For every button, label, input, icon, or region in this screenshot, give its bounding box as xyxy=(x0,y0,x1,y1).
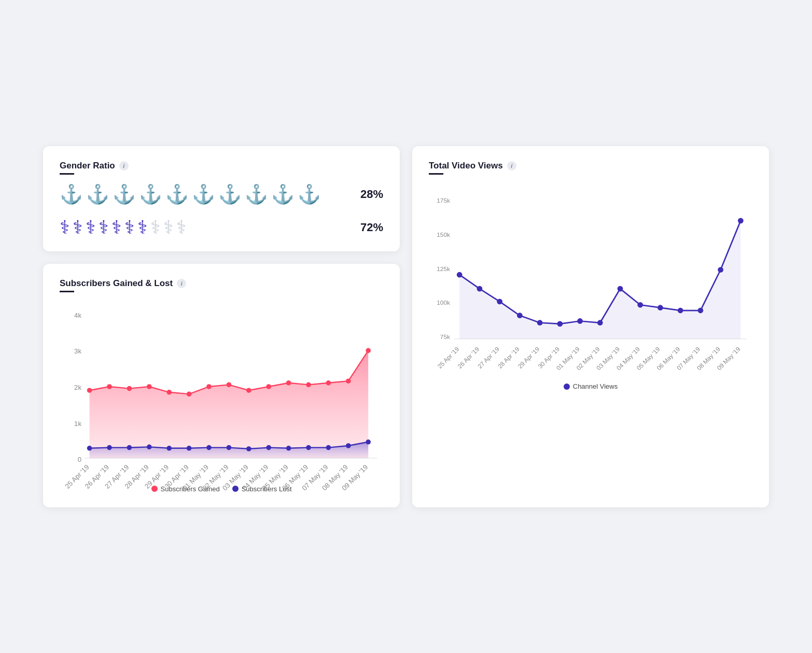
female-percent: 72% xyxy=(360,221,383,234)
channel-views-legend-item: Channel Views xyxy=(564,382,618,390)
female-icon-4: ⚕ xyxy=(99,218,108,237)
vv-point-1 xyxy=(477,286,483,291)
svg-point-58 xyxy=(346,443,351,448)
svg-point-39 xyxy=(286,380,291,386)
svg-point-47 xyxy=(127,445,132,450)
female-icon-2: ⚕ xyxy=(73,218,82,237)
svg-point-41 xyxy=(326,380,331,386)
svg-text:100k: 100k xyxy=(437,299,450,306)
vv-point-5 xyxy=(557,321,563,327)
dashboard: Gender Ratio i ⚓ ⚓ ⚓ ⚓ ⚓ ⚓ ⚓ ⚓ ⚓ ⚓ 28% xyxy=(43,146,769,507)
svg-text:1k: 1k xyxy=(74,419,81,427)
svg-point-40 xyxy=(306,382,311,387)
vv-point-7 xyxy=(597,320,603,325)
subscribers-card: Subscribers Gained & Lost i 4k 3k 2k 1k … xyxy=(43,264,400,507)
vv-point-2 xyxy=(497,299,502,304)
svg-point-30 xyxy=(107,384,112,389)
svg-point-55 xyxy=(286,446,291,451)
male-icon-3: ⚓ xyxy=(113,185,136,204)
svg-point-29 xyxy=(87,388,92,393)
subscribers-svg: 4k 3k 2k 1k 0 xyxy=(60,303,383,477)
svg-point-51 xyxy=(206,445,212,450)
female-icon-10: ⚕ xyxy=(176,218,186,237)
male-percent: 28% xyxy=(360,188,383,201)
subscribers-info-icon[interactable]: i xyxy=(177,279,186,288)
svg-text:175k: 175k xyxy=(437,197,450,204)
female-icon-5: ⚕ xyxy=(111,218,121,237)
male-icon-6: ⚓ xyxy=(192,185,215,204)
female-icon-6: ⚕ xyxy=(124,218,134,237)
video-views-title: Total Video Views i xyxy=(429,161,752,171)
vv-point-13 xyxy=(718,267,723,273)
svg-text:4k: 4k xyxy=(74,311,81,319)
vv-point-10 xyxy=(657,305,663,310)
svg-point-35 xyxy=(206,384,212,389)
female-icon-7: ⚕ xyxy=(137,218,147,237)
male-icon-9: ⚓ xyxy=(271,185,295,204)
vv-point-9 xyxy=(637,302,643,307)
svg-point-53 xyxy=(246,446,251,451)
male-icon-8: ⚓ xyxy=(245,185,268,204)
vv-point-4 xyxy=(537,320,543,325)
female-icon-9: ⚕ xyxy=(163,218,173,237)
svg-point-43 xyxy=(366,348,371,353)
male-icon-5: ⚓ xyxy=(165,185,189,204)
svg-point-54 xyxy=(266,445,271,450)
vv-point-3 xyxy=(517,313,523,318)
svg-marker-28 xyxy=(90,350,369,458)
subscribers-chart-container: 4k 3k 2k 1k 0 xyxy=(60,303,383,479)
svg-point-57 xyxy=(326,445,331,450)
female-icon-8: ⚕ xyxy=(150,218,160,237)
male-icon-1: ⚓ xyxy=(60,185,83,204)
video-views-info-icon[interactable]: i xyxy=(507,161,516,171)
male-icon-7: ⚓ xyxy=(218,185,242,204)
gender-info-icon[interactable]: i xyxy=(119,161,129,171)
video-views-svg: 175k 150k 125k 100k 75k xyxy=(429,185,752,375)
video-views-legend: Channel Views xyxy=(429,382,752,390)
svg-point-42 xyxy=(346,378,351,384)
vv-point-8 xyxy=(618,286,623,291)
video-views-title-underline xyxy=(429,173,443,175)
male-icons: ⚓ ⚓ ⚓ ⚓ ⚓ ⚓ ⚓ ⚓ ⚓ ⚓ xyxy=(60,185,321,204)
subscribers-gained-dot xyxy=(151,486,158,492)
svg-text:75k: 75k xyxy=(440,333,450,340)
svg-text:2k: 2k xyxy=(74,384,81,391)
male-icon-10: ⚓ xyxy=(298,185,321,204)
subscribers-lost-dot xyxy=(232,486,239,492)
svg-text:125k: 125k xyxy=(437,265,450,272)
gender-ratio-card: Gender Ratio i ⚓ ⚓ ⚓ ⚓ ⚓ ⚓ ⚓ ⚓ ⚓ ⚓ 28% xyxy=(43,146,400,251)
svg-point-50 xyxy=(187,446,192,451)
male-icon-2: ⚓ xyxy=(86,185,109,204)
subscribers-title-underline xyxy=(60,291,74,292)
svg-point-37 xyxy=(246,388,251,393)
svg-point-33 xyxy=(166,390,172,395)
vv-point-0 xyxy=(457,272,463,277)
subscribers-title: Subscribers Gained & Lost i xyxy=(60,278,383,289)
vv-point-12 xyxy=(698,307,704,313)
female-row: ⚕ ⚕ ⚕ ⚕ ⚕ ⚕ ⚕ ⚕ ⚕ ⚕ 72% xyxy=(60,218,383,237)
svg-point-56 xyxy=(306,445,311,450)
svg-text:150k: 150k xyxy=(437,231,450,238)
vv-point-6 xyxy=(577,318,583,324)
video-views-card: Total Video Views i 175k 150k 125k 100k … xyxy=(412,146,769,507)
svg-point-45 xyxy=(87,446,92,451)
vv-point-11 xyxy=(678,307,683,313)
gender-title-underline xyxy=(60,173,74,175)
video-views-chart-container: 175k 150k 125k 100k 75k xyxy=(429,185,752,377)
svg-point-36 xyxy=(227,382,232,387)
svg-point-52 xyxy=(227,445,232,450)
female-icon-1: ⚕ xyxy=(60,218,69,237)
svg-point-48 xyxy=(147,444,152,449)
svg-point-32 xyxy=(147,384,152,389)
svg-point-31 xyxy=(127,386,132,391)
female-icon-3: ⚕ xyxy=(86,218,95,237)
svg-point-34 xyxy=(187,391,192,396)
svg-point-46 xyxy=(107,445,112,450)
female-icons: ⚕ ⚕ ⚕ ⚕ ⚕ ⚕ ⚕ ⚕ ⚕ ⚕ xyxy=(60,218,186,237)
male-icon-4: ⚓ xyxy=(139,185,162,204)
svg-point-59 xyxy=(366,439,371,445)
svg-text:0: 0 xyxy=(78,456,81,463)
svg-text:3k: 3k xyxy=(74,347,81,355)
vv-point-14 xyxy=(738,218,744,223)
svg-point-49 xyxy=(166,446,172,451)
